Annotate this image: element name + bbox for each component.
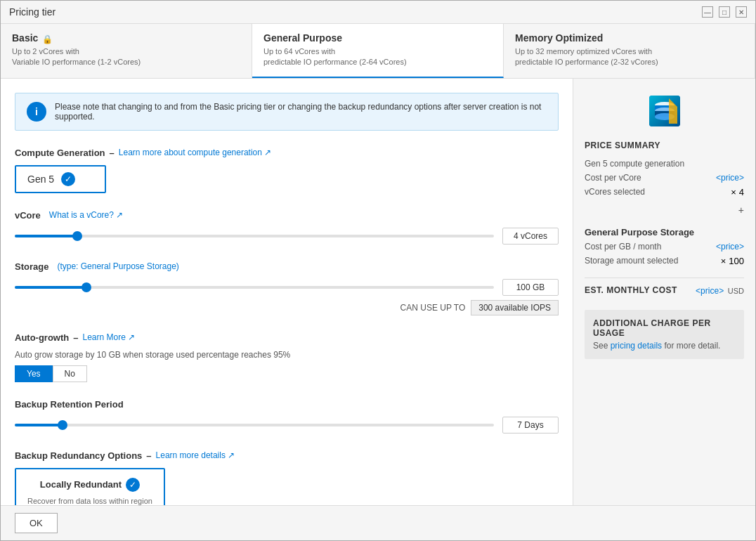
cost-per-gb-value: <price>	[716, 242, 744, 252]
info-banner-text: Please note that changing to and from th…	[55, 102, 547, 122]
locally-redundant-desc: Recover from data loss within region	[27, 496, 152, 505]
auto-growth-label: Auto-growth – Learn More ↗	[15, 332, 559, 343]
auto-growth-section: Auto-growth – Learn More ↗ Auto grow sto…	[15, 332, 559, 382]
backup-retention-value: 7 Days	[502, 417, 559, 434]
additional-charge-title: ADDITIONAL CHARGE PER USAGE	[593, 318, 736, 338]
vcores-selected-row: vCores selected × 4	[585, 187, 744, 197]
storage-multiply: × 100	[721, 256, 744, 266]
tab-memory-optimized[interactable]: Memory Optimized Up to 32 memory optimiz…	[504, 24, 755, 78]
additional-charge-box: ADDITIONAL CHARGE PER USAGE See pricing …	[585, 310, 744, 359]
right-panel: PRICE SUMMARY Gen 5 compute generation C…	[573, 79, 755, 505]
storage-section: Storage (type: General Purpose Storage) …	[15, 261, 559, 315]
compute-gen-link[interactable]: Learn more about compute generation ↗	[119, 148, 271, 157]
auto-growth-toggle: Yes No	[15, 365, 559, 382]
database-logo-icon	[646, 93, 683, 129]
cost-per-gb-label: Cost per GB / month	[585, 242, 661, 252]
backup-retention-slider-track[interactable]	[15, 424, 494, 426]
storage-label: Storage (type: General Purpose Storage)	[15, 261, 559, 272]
tab-basic[interactable]: Basic 🔒 Up to 2 vCores withVariable IO p…	[1, 24, 252, 78]
pricing-tier-window: Pricing tier — □ ✕ Basic 🔒 Up to 2 vCore…	[0, 0, 756, 541]
window-title: Pricing tier	[9, 6, 56, 18]
vcores-multiply: × 4	[731, 187, 744, 197]
est-monthly-row: EST. MONTHLY COST <price> USD	[585, 285, 744, 296]
backup-redundancy-label: Backup Redundancy Options – Learn more d…	[15, 450, 559, 461]
price-summary-title: PRICE SUMMARY	[585, 141, 744, 150]
vcore-label: vCore What is a vCore? ↗	[15, 210, 559, 221]
window-controls: — □ ✕	[702, 6, 747, 18]
compute-gen-check: ✓	[61, 172, 75, 186]
auto-growth-yes[interactable]: Yes	[15, 365, 53, 382]
compute-gen-summary-label: Gen 5 compute generation	[585, 159, 684, 169]
storage-slider-track[interactable]	[15, 286, 494, 289]
vcores-selected-label: vCores selected	[585, 187, 645, 197]
locally-redundant-check: ✓	[126, 478, 140, 492]
auto-growth-desc: Auto grow storage by 10 GB when storage …	[15, 350, 559, 360]
vcores-count: 4	[739, 187, 744, 197]
ok-button[interactable]: OK	[15, 513, 58, 533]
lock-icon: 🔒	[42, 34, 53, 44]
auto-growth-no[interactable]: No	[53, 365, 87, 382]
cost-per-gb-row: Cost per GB / month <price>	[585, 242, 744, 252]
backup-redundancy-options: Locally Redundant ✓ Recover from data lo…	[15, 468, 559, 505]
price-divider	[585, 278, 744, 278]
storage-type: (type: General Purpose Storage)	[57, 261, 178, 271]
maximize-button[interactable]: □	[719, 6, 730, 18]
backup-redundancy-link[interactable]: Learn more details ↗	[156, 450, 235, 460]
compute-generation-section: Compute Generation – Learn more about co…	[15, 148, 559, 193]
storage-amount-row: Storage amount selected × 100	[585, 256, 744, 266]
compute-gen-selector[interactable]: Gen 5 ✓	[15, 165, 106, 193]
cost-per-vcore-row: Cost per vCore <price>	[585, 173, 744, 183]
compute-gen-value: Gen 5	[27, 174, 54, 185]
plus-divider: +	[585, 204, 744, 216]
est-monthly-currency: USD	[728, 287, 744, 295]
auto-growth-link[interactable]: Learn More ↗	[83, 332, 136, 342]
backup-retention-section: Backup Retention Period 7 Days	[15, 399, 559, 434]
storage-amount-value: 100	[729, 256, 744, 266]
tab-general-purpose[interactable]: General Purpose Up to 64 vCores withpred…	[252, 24, 504, 78]
locally-redundant-title: Locally Redundant	[40, 479, 122, 490]
vcore-section: vCore What is a vCore? ↗ 4 vCores	[15, 210, 559, 245]
product-logo	[585, 93, 744, 129]
title-bar: Pricing tier — □ ✕	[1, 1, 755, 24]
vcore-link[interactable]: What is a vCore? ↗	[49, 210, 123, 220]
minimize-button[interactable]: —	[702, 6, 713, 18]
close-button[interactable]: ✕	[736, 6, 747, 18]
pricing-details-link[interactable]: pricing details	[611, 341, 662, 351]
additional-charge-desc: See pricing details for more detail.	[593, 341, 736, 351]
cost-per-vcore-value: <price>	[716, 173, 744, 183]
backup-redundancy-section: Backup Redundancy Options – Learn more d…	[15, 450, 559, 505]
footer-bar: OK	[1, 505, 755, 540]
cost-per-vcore-label: Cost per vCore	[585, 173, 641, 183]
iops-bar: CAN USE UP TO 300 available IOPS	[15, 300, 559, 315]
content-area: i Please note that changing to and from …	[1, 79, 755, 505]
backup-retention-slider-container: 7 Days	[15, 417, 559, 434]
vcore-slider-track[interactable]	[15, 235, 494, 237]
storage-summary-title: General Purpose Storage	[585, 227, 744, 237]
main-content: i Please note that changing to and from …	[1, 79, 573, 505]
info-banner: i Please note that changing to and from …	[15, 93, 559, 131]
est-monthly-label: EST. MONTHLY COST	[585, 285, 677, 295]
info-icon: i	[27, 102, 46, 122]
est-monthly-value: <price>	[696, 286, 724, 296]
iops-can-use-label: CAN USE UP TO	[400, 303, 466, 313]
pricing-tabs: Basic 🔒 Up to 2 vCores withVariable IO p…	[1, 24, 755, 79]
storage-slider-container: 100 GB	[15, 279, 559, 296]
compute-generation-label: Compute Generation – Learn more about co…	[15, 148, 559, 158]
storage-value-display: 100 GB	[502, 279, 559, 296]
vcore-value-display: 4 vCores	[502, 228, 559, 245]
compute-gen-row: Gen 5 compute generation	[585, 159, 744, 169]
locally-redundant-card[interactable]: Locally Redundant ✓ Recover from data lo…	[15, 468, 165, 505]
iops-value: 300 available IOPS	[471, 300, 559, 315]
storage-amount-label: Storage amount selected	[585, 256, 678, 266]
backup-retention-label: Backup Retention Period	[15, 399, 559, 410]
vcore-slider-container: 4 vCores	[15, 228, 559, 245]
